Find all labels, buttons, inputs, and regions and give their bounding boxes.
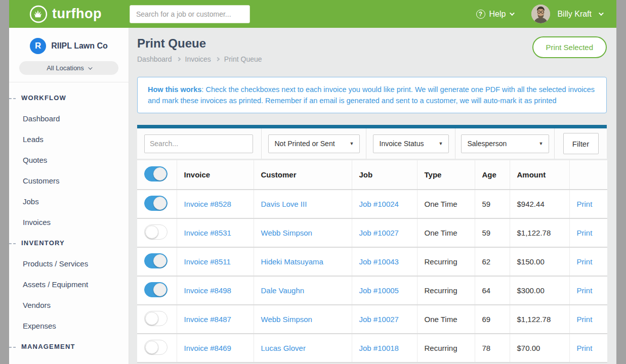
col-header-age: Age [475,160,510,190]
sidebar-item-jobs[interactable]: Jobs [9,191,129,212]
row-select-toggle[interactable] [144,224,168,240]
select-caret-icon: ▼ [539,141,544,146]
company-logo: R [30,38,46,54]
breadcrumb: Dashboard Invoices Print Queue [137,55,262,63]
printed-filter-value: Not Printed or Sent [275,140,335,148]
col-header-job: Job [352,160,417,190]
job-link[interactable]: Job #10024 [359,200,399,208]
window-gutter-right [616,0,626,364]
main-content: Print Queue Dashboard Invoices Print Que… [129,28,616,364]
row-select-toggle[interactable] [144,311,168,326]
info-body: : Check the checkboxes next to each invo… [148,85,595,105]
section-dash-icon [9,243,16,244]
section-dash-icon [9,347,16,348]
customer-link[interactable]: Davis Love III [261,200,307,208]
sidebar-item-products-services[interactable]: Products / Services [9,253,129,274]
sidebar-item-invoices[interactable]: Invoices [9,212,129,233]
customer-link[interactable]: Hideki Matsuyama [261,257,323,266]
salesperson-value: Salesperson [468,140,507,148]
top-right-group: ? Help [476,5,602,23]
print-link[interactable]: Print [577,229,593,237]
amount-cell: $70.00 [510,334,569,362]
row-select-toggle[interactable] [144,253,168,268]
invoice-link[interactable]: Invoice #8487 [184,315,231,324]
row-select-toggle[interactable] [144,196,168,211]
amount-cell: $942.44 [510,190,569,218]
chevron-down-icon [510,11,515,16]
table-header-row: Invoice Customer Job Type Age Amount [137,160,607,190]
info-title: How this works [148,85,201,94]
invoice-link[interactable]: Invoice #8498 [184,286,231,295]
print-link[interactable]: Print [577,257,593,266]
customer-link[interactable]: Webb Simpson [261,229,312,237]
select-all-toggle[interactable] [144,166,168,181]
filter-button[interactable]: Filter [563,133,599,154]
breadcrumb-invoices[interactable]: Invoices [185,55,211,63]
breadcrumb-current: Print Queue [224,55,262,63]
print-link[interactable]: Print [577,315,593,324]
job-link[interactable]: Job #10027 [359,229,399,237]
customer-link[interactable]: Lucas Glover [261,344,306,352]
sidebar-item-dashboard[interactable]: Dashboard [9,108,129,129]
print-link[interactable]: Print [577,344,593,352]
page-title: Print Queue [137,36,262,51]
sidebar-item-customers[interactable]: Customers [9,170,129,191]
sidebar-item-quotes[interactable]: Quotes [9,150,129,170]
salesperson-select[interactable]: Salesperson ▼ [461,134,549,153]
sidebar-item-vendors[interactable]: Vendors [9,295,129,315]
global-search-input[interactable] [130,5,250,23]
table-row: Invoice #8487 Webb Simpson Job #10027 On… [137,305,607,334]
invoice-link[interactable]: Invoice #8469 [184,344,231,352]
brand: turfhop [29,5,130,23]
print-link[interactable]: Print [577,200,593,208]
filter-bar: Not Printed or Sent ▼ Invoice Status ▼ S… [137,125,607,159]
select-caret-icon: ▼ [439,141,443,146]
printed-filter-select[interactable]: Not Printed or Sent ▼ [268,134,360,153]
col-header-invoice: Invoice [177,160,254,190]
brand-name: turfhop [52,6,102,22]
type-cell: Recurring [417,334,475,362]
top-bar: turfhop ? Help [9,0,616,28]
age-cell: 62 [475,247,510,276]
table-row: Invoice #8498 Dale Vaughn Job #10005 Rec… [137,276,607,305]
location-selector-label: All Locations [47,64,84,72]
sidebar-item-expenses[interactable]: Expenses [9,315,129,336]
sidebar-item-leads[interactable]: Leads [9,129,129,150]
customer-link[interactable]: Dale Vaughn [261,286,305,295]
sidebar-item-assets-equipment[interactable]: Assets / Equipment [9,274,129,295]
location-selector[interactable]: All Locations [19,61,118,75]
amount-cell: $150.00 [510,247,569,276]
nav-section-reports: REPORTS [9,357,129,364]
invoice-link[interactable]: Invoice #8511 [184,257,231,266]
print-link[interactable]: Print [577,286,593,295]
row-select-toggle[interactable] [144,282,168,297]
age-cell: 69 [475,305,510,334]
job-link[interactable]: Job #10027 [359,315,399,324]
type-cell: One Time [417,218,475,247]
user-menu[interactable]: Billy Kraft [531,5,602,23]
age-cell: 59 [475,218,510,247]
window-gutter-left [0,0,9,364]
company-name: RIIPL Lawn Co [51,41,108,51]
section-dash-icon [9,98,16,99]
breadcrumb-dashboard[interactable]: Dashboard [137,55,172,63]
customer-link[interactable]: Webb Simpson [261,315,312,324]
invoice-status-select[interactable]: Invoice Status ▼ [373,134,449,153]
row-select-toggle[interactable] [144,340,168,355]
chevron-down-icon [599,11,604,16]
job-link[interactable]: Job #10005 [359,286,399,295]
print-queue-table: Invoice Customer Job Type Age Amount Inv… [137,160,607,363]
job-link[interactable]: Job #10043 [359,257,399,266]
avatar [531,5,550,23]
company-block: R RIIPL Lawn Co All Locations [9,28,129,82]
chevron-down-icon [88,65,92,69]
invoice-link[interactable]: Invoice #8531 [184,229,231,237]
invoice-link[interactable]: Invoice #8528 [184,200,231,208]
table-search-input[interactable] [144,134,253,153]
help-label: Help [489,10,506,19]
print-selected-button[interactable]: Print Selected [532,36,607,58]
help-menu[interactable]: ? Help [476,10,514,19]
job-link[interactable]: Job #10018 [359,344,399,352]
table-row: Invoice #8528 Davis Love III Job #10024 … [137,190,607,218]
select-caret-icon: ▼ [350,141,354,146]
